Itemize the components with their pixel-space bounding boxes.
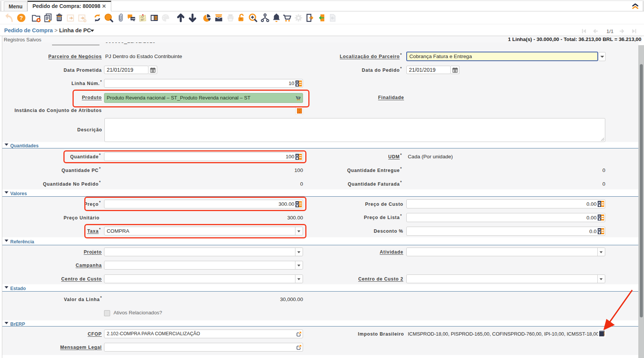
svg-text:?: ?	[19, 14, 23, 21]
